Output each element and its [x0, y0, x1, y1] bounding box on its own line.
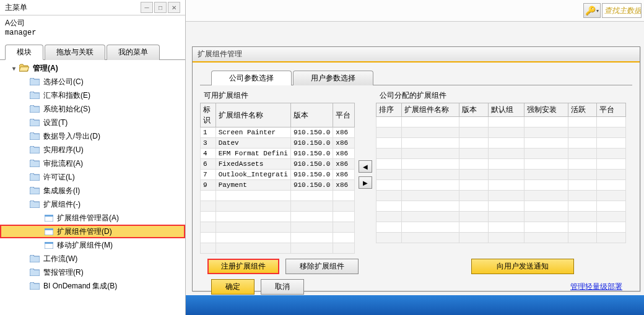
table-cell: [376, 127, 402, 138]
table-cell: [568, 212, 597, 222]
col-order[interactable]: 排序: [376, 103, 402, 117]
table-row[interactable]: [201, 243, 355, 254]
search-input[interactable]: 查找主数据和: [602, 3, 642, 18]
table-row[interactable]: 9Payment910.150.0x86: [201, 180, 355, 191]
cancel-button[interactable]: 取消: [261, 279, 304, 295]
tree-item[interactable]: 许可证(L): [0, 170, 185, 184]
tree-item[interactable]: 数据导入/导出(D): [0, 129, 185, 143]
tree-item[interactable]: 审批流程(A): [0, 157, 185, 170]
col-force[interactable]: 强制安装: [524, 103, 568, 117]
tab-dragdrop[interactable]: 拖放与关联: [45, 45, 105, 60]
table-row[interactable]: 4EFM Format Defini910.150.0x86: [201, 149, 355, 159]
register-button[interactable]: 注册扩展组件: [207, 259, 279, 274]
table-cell: Datev: [215, 138, 290, 149]
table-row[interactable]: [376, 180, 626, 191]
table-row[interactable]: 3Datev910.150.0x86: [201, 138, 355, 149]
table-cell: [376, 117, 402, 127]
folder-icon: [30, 282, 40, 290]
col-name[interactable]: 扩展组件名称: [215, 103, 290, 127]
panel-title: 主菜单: [5, 2, 139, 13]
col-ver2[interactable]: 版本: [459, 103, 489, 117]
assigned-grid[interactable]: 排序 扩展组件名称 版本 默认组 强制安装 活跃 平台: [376, 103, 626, 243]
manage-link[interactable]: 管理轻量级部署: [570, 282, 622, 292]
table-row[interactable]: [376, 138, 626, 149]
tree-item[interactable]: 扩展组件(-): [0, 197, 185, 211]
table-cell: [597, 201, 626, 212]
table-row[interactable]: [376, 170, 626, 180]
collapse-icon[interactable]: ▾: [10, 64, 17, 72]
table-row[interactable]: [201, 201, 355, 212]
key-icon-button[interactable]: 🔑▾: [583, 3, 601, 18]
table-row[interactable]: [201, 191, 355, 201]
tab-mymenu[interactable]: 我的菜单: [107, 45, 160, 60]
tree-item[interactable]: 系统初始化(S): [0, 102, 185, 116]
tree-item[interactable]: 设置(T): [0, 116, 185, 129]
col-name2[interactable]: 扩展组件名称: [401, 103, 459, 117]
tab-user-params[interactable]: 用户参数选择: [293, 71, 373, 85]
col-defgrp[interactable]: 默认组: [489, 103, 524, 117]
table-cell: x86: [333, 180, 355, 191]
move-right-button[interactable]: ▶: [359, 176, 372, 189]
table-row[interactable]: [201, 222, 355, 233]
table-row[interactable]: [201, 233, 355, 243]
table-cell: [597, 170, 626, 180]
table-row[interactable]: [376, 159, 626, 170]
tree-item[interactable]: 警报管理(R): [0, 265, 185, 279]
table-row[interactable]: [201, 212, 355, 222]
col-plat2[interactable]: 平台: [597, 103, 626, 117]
tree-item-label: BI OnDemand 集成(B): [43, 281, 117, 291]
table-row[interactable]: 1Screen Painter910.150.0x86: [201, 127, 355, 138]
table-row[interactable]: [376, 233, 626, 243]
table-cell: [401, 222, 459, 233]
tree-item[interactable]: 选择公司(C): [0, 75, 185, 88]
table-cell: [401, 212, 459, 222]
remove-button[interactable]: 移除扩展组件: [285, 259, 359, 274]
maximize-button[interactable]: □: [154, 2, 167, 13]
table-cell: [568, 233, 597, 243]
available-grid[interactable]: 标识 扩展组件名称 版本 平台 1Screen Painter910.150.0…: [200, 103, 355, 254]
notify-button[interactable]: 向用户发送通知: [471, 259, 574, 274]
table-cell: [568, 127, 597, 138]
table-row[interactable]: [376, 222, 626, 233]
table-row[interactable]: [376, 191, 626, 201]
col-ver[interactable]: 版本: [290, 103, 333, 127]
move-left-button[interactable]: ◀: [359, 160, 372, 173]
tree-subitem[interactable]: 扩展组件管理(D): [0, 225, 185, 238]
minimize-button[interactable]: ─: [141, 2, 153, 13]
topbar: 🔑▾ 查找主数据和: [186, 0, 644, 22]
table-row[interactable]: [376, 212, 626, 222]
tree-item[interactable]: 实用程序(U): [0, 143, 185, 157]
table-cell: [376, 233, 402, 243]
table-row[interactable]: [376, 127, 626, 138]
tree-root[interactable]: ▾ 管理(A): [0, 61, 185, 75]
col-active[interactable]: 活跃: [568, 103, 597, 117]
svg-rect-1: [45, 215, 53, 217]
table-cell: [215, 233, 290, 243]
col-id[interactable]: 标识: [201, 103, 216, 127]
tab-modules[interactable]: 模块: [5, 45, 43, 60]
table-row[interactable]: [376, 201, 626, 212]
ok-button[interactable]: 确定: [211, 279, 255, 295]
tree-item[interactable]: 集成服务(I): [0, 184, 185, 197]
document-icon: [45, 228, 53, 235]
tree-item[interactable]: 汇率和指数(E): [0, 88, 185, 102]
table-row[interactable]: [376, 117, 626, 127]
tree-item-label: 审批流程(A): [43, 158, 83, 169]
table-cell: [597, 159, 626, 170]
close-button[interactable]: ✕: [168, 2, 180, 13]
col-plat[interactable]: 平台: [333, 103, 355, 127]
table-row[interactable]: [376, 149, 626, 159]
table-cell: FixedAssets: [215, 159, 290, 170]
tree-subitem[interactable]: 移动扩展组件(M): [0, 238, 185, 252]
tree-item[interactable]: BI OnDemand 集成(B): [0, 279, 185, 293]
table-row[interactable]: 6FixedAssets910.150.0x86: [201, 159, 355, 170]
table-cell: [401, 117, 459, 127]
table-cell: [489, 233, 524, 243]
table-cell: [376, 222, 402, 233]
tree-subitem[interactable]: 扩展组件管理器(A): [0, 211, 185, 225]
table-cell: [201, 212, 216, 222]
tree-root-label: 管理(A): [33, 63, 58, 74]
table-row[interactable]: 7Outlook_Integrati910.150.0x86: [201, 170, 355, 180]
tab-company-params[interactable]: 公司参数选择: [211, 71, 292, 85]
tree-item[interactable]: 工作流(W): [0, 252, 185, 265]
